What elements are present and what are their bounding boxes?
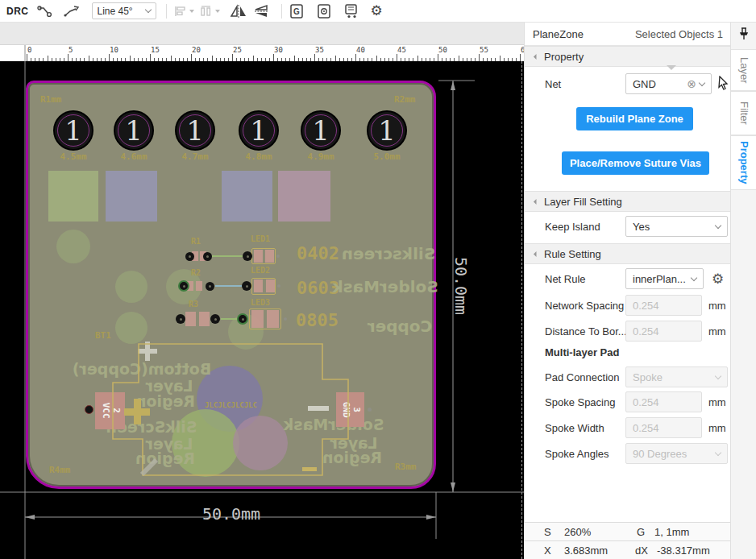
order-cart-icon[interactable] [343,2,361,21]
component-smd-pad[interactable] [267,310,279,328]
top-toolbar: DRC Line 45° G ⚙ [0,0,756,23]
ruler-tick [60,58,60,61]
vcc-pad[interactable]: 2VCC [95,392,125,429]
component-through-pad[interactable] [242,281,251,291]
component-through-pad[interactable] [206,282,214,291]
ruler-tick [27,54,27,61]
board-square[interactable] [106,171,157,222]
component-smd-pad[interactable] [185,312,196,326]
tab-filter[interactable]: Filter [731,91,756,135]
component-smd-pad[interactable] [251,310,264,328]
component-through-pad[interactable] [203,252,212,261]
component-through-pad[interactable] [185,252,194,261]
component-smd-pad[interactable] [265,250,274,263]
line-mode-select[interactable]: Line 45° [92,2,156,19]
ruler-tick [438,54,438,61]
ruler-tick [130,56,131,61]
pad-connection-select[interactable]: Spoke [625,366,728,387]
spoke-spacing-input[interactable]: 0.254 [625,391,702,412]
gerber-file-icon[interactable]: G [289,2,305,21]
settings-gear-icon[interactable]: ⚙ [371,2,383,21]
mounting-hole[interactable]: 1 [301,110,341,151]
section-layer-fill[interactable]: Layer Fill Setting [525,191,731,212]
network-spacing-input[interactable]: 0.254 [625,295,702,316]
flip-vertical-icon[interactable] [252,2,270,21]
component-through-pad[interactable] [176,314,185,324]
section-property[interactable]: Property [525,46,731,67]
board-square[interactable] [278,171,330,222]
component-smd-pad[interactable] [254,250,263,263]
ruler-tick [212,56,213,61]
component-through-pad[interactable] [210,314,220,324]
horizontal-ruler: 051015202530354045505560 [0,45,524,61]
ruler-tick [171,56,172,61]
drc-button[interactable]: DRC [6,6,29,17]
canvas-scrollbar[interactable] [521,61,522,559]
ruler-tick [64,58,64,61]
rebuild-plane-zone-button[interactable]: Rebuild Plane Zone [576,107,693,130]
scale-label: S [544,526,551,538]
status-row-coords: X 3.683mm dX -38.317mm [524,540,756,559]
tab-layer[interactable]: Layer [731,49,756,91]
component-smd-pad[interactable] [254,280,263,292]
mounting-hole[interactable]: 1 [239,110,279,151]
component-smd-pad[interactable] [199,312,210,326]
clear-net-icon[interactable]: ⊗ [687,77,696,90]
component-through-pad[interactable] [237,313,248,325]
spoke-width-unit: mm [708,422,726,434]
canvas-viewport[interactable]: 051015202530354045505560 50.0mm 50.0mm 1… [0,23,524,559]
ruler-tick [224,58,225,61]
ruler-tick [471,58,471,61]
ruler-tick [475,58,476,61]
spoke-width-input[interactable]: 0.254 [625,417,702,438]
net-select[interactable]: GND ⊗ [625,73,712,94]
net-rule-gear-icon[interactable]: ⚙ [712,271,724,288]
mounting-hole[interactable]: 1 [53,110,93,151]
ruler-tick [48,56,48,61]
hole-size-label: 5.0mm [373,151,400,162]
pick-net-cursor-icon[interactable] [717,76,729,93]
ruler-tick-label: 40 [356,46,365,54]
spoke-angles-select[interactable]: 90 Degrees [625,443,728,464]
flip-horizontal-icon[interactable] [230,2,247,21]
keep-island-label: Keep Island [545,221,600,233]
ruler-tick [52,58,52,61]
distance-border-label: Distance To Bor... [545,325,627,337]
board-square[interactable] [48,171,98,222]
net-rule-select[interactable]: innerPlan... [625,268,704,289]
ruler-tick [495,58,496,61]
pin-icon[interactable] [739,27,749,43]
mounting-hole[interactable]: 1 [367,110,407,151]
chevron-down-icon [215,10,220,13]
net-popup-arrow [667,65,676,70]
board-text-label: R2mm [394,94,416,105]
ruler-tick [335,56,336,61]
component-through-pad[interactable] [243,251,252,261]
mounting-hole[interactable]: 1 [175,110,215,151]
keep-island-select[interactable]: Yes [625,216,728,237]
component-smd-pad[interactable] [196,281,202,291]
mounting-hole[interactable]: 1 [114,110,154,151]
ruler-tick [105,58,106,61]
ruler-tick [68,54,69,61]
fabrication-file-icon[interactable] [316,2,332,21]
gnd-pad[interactable]: 3GND [336,392,364,427]
track-tool-icon[interactable] [37,2,53,21]
arc-tool-icon[interactable] [63,2,81,21]
board-circle [115,271,147,303]
ruler-tick [84,58,85,61]
distance-border-input[interactable]: 0.254 [625,321,702,342]
align-dropdown[interactable] [173,2,194,21]
distribute-dropdown[interactable] [199,2,220,21]
section-rule-setting[interactable]: Rule Setting [525,243,731,264]
through-hole-pad[interactable] [85,405,93,414]
ruler-tick [479,54,480,61]
component-smd-pad[interactable] [266,280,275,292]
component-through-pad[interactable] [178,280,189,292]
tab-property[interactable]: Property [731,135,756,190]
place-remove-suture-vias-button[interactable]: Place/Remove Suture Vias [562,151,709,175]
board-square[interactable] [222,171,272,222]
net-value: GND [633,78,687,90]
ruler-tick [31,58,31,61]
pin-one-dot [276,255,280,258]
